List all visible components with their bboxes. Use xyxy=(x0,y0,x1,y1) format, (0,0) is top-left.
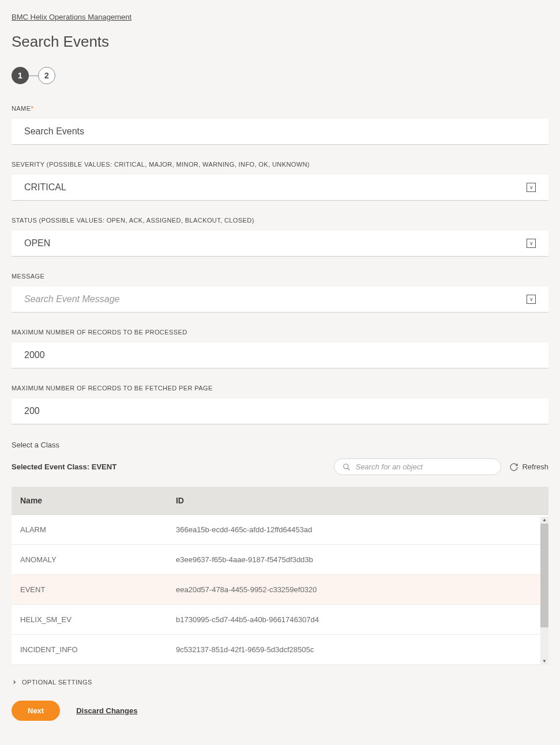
select-class-label: Select a Class xyxy=(12,441,548,449)
scroll-thumb[interactable] xyxy=(540,524,548,627)
col-header-name[interactable]: Name xyxy=(12,487,167,515)
chevron-right-icon xyxy=(12,679,17,685)
col-header-id[interactable]: ID xyxy=(167,487,548,515)
status-select[interactable]: OPEN ∨ xyxy=(12,231,548,257)
page-title: Search Events xyxy=(12,33,548,51)
table-row[interactable]: HELIX_SM_EVb1730995-c5d7-44b5-a40b-96617… xyxy=(12,605,548,635)
step-connector xyxy=(29,76,38,76)
optional-settings-label: OPTIONAL SETTINGS xyxy=(22,679,92,686)
message-label: MESSAGE xyxy=(12,273,548,280)
max-processed-label: MAXIMUM NUMBER OF RECORDS TO BE PROCESSE… xyxy=(12,329,548,336)
table-row[interactable]: ANOMALYe3ee9637-f65b-4aae-9187-f5475df3d… xyxy=(12,545,548,575)
table-row[interactable]: EVENTeea20d57-478a-4455-9952-c33259ef032… xyxy=(12,575,548,605)
class-table: Name ID ALARM366ea15b-ecdd-465c-afdd-12f… xyxy=(12,487,548,665)
svg-point-0 xyxy=(344,464,348,468)
cell-name: INCIDENT_INFO xyxy=(12,635,167,665)
search-icon xyxy=(343,463,351,471)
cell-name: EVENT xyxy=(12,575,167,605)
step-1[interactable]: 1 xyxy=(12,67,29,84)
wizard-stepper: 1 2 xyxy=(12,67,548,84)
chevron-down-icon: ∨ xyxy=(527,183,536,192)
severity-label: SEVERITY (POSSIBLE VALUES: CRITICAL, MAJ… xyxy=(12,161,548,168)
severity-value: CRITICAL xyxy=(24,182,66,193)
name-input[interactable] xyxy=(24,126,536,137)
status-label: STATUS (POSSIBLE VALUES: OPEN, ACK, ASSI… xyxy=(12,217,548,224)
refresh-button[interactable]: Refresh xyxy=(509,462,548,472)
discard-button[interactable]: Discard Changes xyxy=(76,706,137,715)
class-table-wrap: Name ID ALARM366ea15b-ecdd-465c-afdd-12f… xyxy=(12,487,548,665)
message-select[interactable]: ∨ xyxy=(12,287,548,313)
cell-name: ALARM xyxy=(12,515,167,545)
refresh-icon xyxy=(509,462,518,472)
scroll-down-icon[interactable]: ▼ xyxy=(542,658,547,665)
breadcrumb-link[interactable]: BMC Helix Operations Management xyxy=(12,13,131,21)
table-row[interactable]: INCIDENT_INFO9c532137-851d-42f1-9659-5d3… xyxy=(12,635,548,665)
scroll-up-icon[interactable]: ▲ xyxy=(542,517,547,524)
message-input[interactable] xyxy=(24,294,521,304)
table-scrollbar[interactable]: ▲ ▼ xyxy=(540,517,548,665)
chevron-down-icon: ∨ xyxy=(527,295,536,304)
severity-select[interactable]: CRITICAL ∨ xyxy=(12,175,548,201)
chevron-down-icon: ∨ xyxy=(527,239,536,248)
status-value: OPEN xyxy=(24,238,50,249)
cell-id: e3ee9637-f65b-4aae-9187-f5475df3dd3b xyxy=(167,545,548,575)
step-2[interactable]: 2 xyxy=(38,67,55,84)
selected-class-label: Selected Event Class: EVENT xyxy=(12,462,116,471)
cell-id: eea20d57-478a-4455-9952-c33259ef0320 xyxy=(167,575,548,605)
svg-line-1 xyxy=(348,468,350,470)
max-processed-input-wrap[interactable] xyxy=(12,343,548,368)
cell-name: ANOMALY xyxy=(12,545,167,575)
optional-settings-toggle[interactable]: OPTIONAL SETTINGS xyxy=(12,679,548,686)
max-perpage-label: MAXIMUM NUMBER OF RECORDS TO BE FETCHED … xyxy=(12,385,548,392)
class-search-input[interactable] xyxy=(355,462,493,471)
max-perpage-input[interactable] xyxy=(24,406,536,416)
cell-name: HELIX_SM_EV xyxy=(12,605,167,635)
cell-id: b1730995-c5d7-44b5-a40b-9661746307d4 xyxy=(167,605,548,635)
name-input-wrap[interactable] xyxy=(12,119,548,145)
class-search-wrap[interactable] xyxy=(334,458,501,475)
max-perpage-input-wrap[interactable] xyxy=(12,398,548,424)
refresh-label: Refresh xyxy=(522,462,548,471)
cell-id: 9c532137-851d-42f1-9659-5d3dcf28505c xyxy=(167,635,548,665)
next-button[interactable]: Next xyxy=(12,701,60,721)
cell-id: 366ea15b-ecdd-465c-afdd-12ffd64453ad xyxy=(167,515,548,545)
table-row[interactable]: ALARM366ea15b-ecdd-465c-afdd-12ffd64453a… xyxy=(12,515,548,545)
max-processed-input[interactable] xyxy=(24,350,536,360)
name-label: NAME* xyxy=(12,105,548,112)
